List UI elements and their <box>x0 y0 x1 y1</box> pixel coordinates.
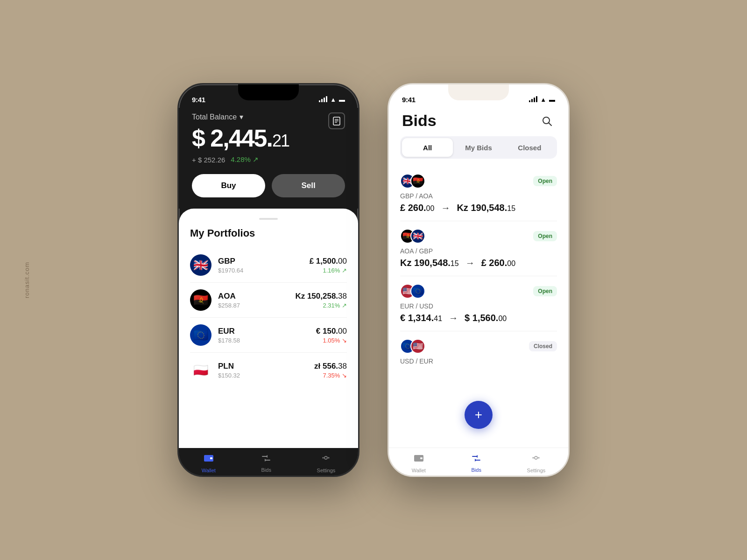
bid-amounts-2: Kz 190,548.15 → £ 260.00 <box>400 258 557 268</box>
flag-eur: 🇪🇺 <box>190 324 211 346</box>
usd-val-aoa: $258.87 <box>218 302 295 309</box>
status-badge-3: Open <box>533 286 557 296</box>
bids-nav-icon-light <box>471 453 481 465</box>
balance-change: + $ 252.26 4.28% ↗ <box>192 155 289 164</box>
wifi-icon-light: ▲ <box>540 96 546 103</box>
wallet-nav-icon-light <box>414 453 424 466</box>
bid-amounts-3: € 1,314.41 → $ 1,560.00 <box>400 313 557 323</box>
flag-gbp: 🇬🇧 <box>190 254 211 276</box>
bid-item-usd-eur[interactable]: 🇪🇺 🇺🇸 Closed USD / EUR <box>400 331 557 375</box>
usd-val-eur: $178.58 <box>218 337 316 344</box>
arrow-icon-1: → <box>441 203 450 213</box>
nav-bids-label-light: Bids <box>471 467 481 473</box>
flag-gbp-2: 🇬🇧 <box>410 229 425 244</box>
wifi-icon-dark: ▲ <box>330 96 336 103</box>
sell-button[interactable]: Sell <box>272 174 345 197</box>
notch-dark <box>238 84 299 100</box>
settings-nav-icon-light <box>531 453 541 466</box>
buy-button[interactable]: Buy <box>192 174 265 197</box>
amount-aoa: Kz 150,258.38 <box>295 292 347 301</box>
usd-val-gbp: $1970.64 <box>218 267 310 274</box>
status-badge-1: Open <box>533 176 557 186</box>
notch-light <box>448 84 509 100</box>
svg-rect-12 <box>420 457 423 459</box>
nav-wallet-label-light: Wallet <box>412 468 426 473</box>
total-balance-label: Total Balance ▾ <box>192 112 289 121</box>
status-badge-2: Open <box>533 231 557 241</box>
signal-bars-light <box>529 97 537 102</box>
bid-pair-3: EUR / USD <box>400 302 557 310</box>
status-time-light: 9:41 <box>402 96 416 104</box>
phone-bids: 9:41 ▲ ▬ Bids <box>388 83 570 477</box>
currency-name-aoa: AOA <box>218 292 295 301</box>
change-eur: 1.05% ↘ <box>316 337 347 344</box>
svg-rect-5 <box>210 457 212 459</box>
watermark-text: ronasit.com <box>23 262 30 298</box>
currency-name-gbp: GBP <box>218 257 310 266</box>
tab-my-bids[interactable]: My Bids <box>453 138 504 157</box>
settings-nav-icon-dark <box>321 453 331 466</box>
status-badge-4: Closed <box>529 341 557 351</box>
search-button[interactable] <box>538 112 555 129</box>
tab-closed[interactable]: Closed <box>504 138 555 157</box>
status-time-dark: 9:41 <box>192 96 205 104</box>
portfolio-item-gbp[interactable]: 🇬🇧 GBP $1970.64 £ 1,500.00 1.16% ↗ <box>190 248 347 283</box>
phone-wallet: 9:41 ▲ ▬ Total Balance ▾ <box>177 83 359 477</box>
change-pln: 7.35% ↘ <box>314 372 347 379</box>
document-icon[interactable] <box>328 112 345 129</box>
currency-name-eur: EUR <box>218 327 316 336</box>
bid-pair-1: GBP / AOA <box>400 192 557 200</box>
portfolios-card: My Portfolios 🇬🇧 GBP $1970.64 £ 1,500.00… <box>179 209 358 448</box>
portfolios-title: My Portfolios <box>190 227 347 239</box>
arrow-icon-2: → <box>465 258 475 268</box>
svg-point-14 <box>533 457 534 459</box>
tab-all[interactable]: All <box>402 138 453 157</box>
nav-settings-label-light: Settings <box>527 468 546 473</box>
flag-aoa: 🇦🇴 <box>190 289 211 311</box>
portfolio-item-pln[interactable]: 🇵🇱 PLN $150.32 zł 556.38 7.35% ↘ <box>190 353 347 387</box>
amount-eur: € 150.00 <box>316 327 347 336</box>
change-percent: 4.28% ↗ <box>231 155 259 164</box>
portfolio-item-aoa[interactable]: 🇦🇴 AOA $258.87 Kz 150,258.38 2.31% ↗ <box>190 283 347 318</box>
drag-handle <box>259 218 278 220</box>
phone-content-light: Bids All My Bids Closed <box>389 108 568 477</box>
bid-item-eur-usd[interactable]: 🇺🇸 🇪🇺 Open EUR / USD € 1,314.41 → $ 1,56… <box>400 276 557 331</box>
svg-point-13 <box>535 456 537 459</box>
nav-settings-label-dark: Settings <box>317 468 336 473</box>
balance-amount: $ 2,445.21 <box>192 125 289 152</box>
bid-item-gbp-aoa[interactable]: 🇬🇧 🇦🇴 Open GBP / AOA £ 260.00 → Kz 190,5… <box>400 166 557 221</box>
bid-pair-4: USD / EUR <box>400 357 557 365</box>
bottom-nav-light: Wallet Bids <box>389 448 568 477</box>
nav-settings-light[interactable]: Settings <box>527 453 546 473</box>
status-icons-light: ▲ ▬ <box>529 96 555 103</box>
amount-gbp: £ 1,500.00 <box>310 257 347 266</box>
change-aoa: 2.31% ↗ <box>295 302 347 309</box>
bids-nav-icon-dark <box>261 453 271 465</box>
bid-item-aoa-gbp[interactable]: 🇦🇴 🇬🇧 Open AOA / GBP Kz 190,548.15 → £ 2… <box>400 221 557 276</box>
portfolio-item-eur[interactable]: 🇪🇺 EUR $178.58 € 150.00 1.05% ↘ <box>190 318 347 353</box>
svg-point-7 <box>323 457 324 459</box>
bid-flags-2: 🇦🇴 🇬🇧 <box>400 229 425 244</box>
bid-flags-4: 🇪🇺 🇺🇸 <box>400 339 425 354</box>
nav-wallet-light[interactable]: Wallet <box>412 453 426 473</box>
svg-point-15 <box>538 457 540 459</box>
svg-line-10 <box>549 123 551 126</box>
phones-container: 9:41 ▲ ▬ Total Balance ▾ <box>177 83 570 477</box>
svg-point-6 <box>324 456 327 459</box>
nav-bids-light[interactable]: Bids <box>471 453 481 473</box>
arrow-icon-3: → <box>449 313 458 323</box>
battery-icon-light: ▬ <box>549 96 555 103</box>
flag-usd-4: 🇺🇸 <box>410 339 425 354</box>
fab-add-button[interactable]: + <box>465 401 493 429</box>
bottom-nav-dark: Wallet Bids <box>179 448 358 477</box>
bid-flags-3: 🇺🇸 🇪🇺 <box>400 284 425 299</box>
nav-wallet-dark[interactable]: Wallet <box>202 453 216 473</box>
nav-settings-dark[interactable]: Settings <box>317 453 336 473</box>
usd-val-pln: $150.32 <box>218 372 314 379</box>
bid-pair-2: AOA / GBP <box>400 247 557 255</box>
nav-bids-label-dark: Bids <box>261 467 271 473</box>
status-icons-dark: ▲ ▬ <box>319 96 345 103</box>
nav-bids-dark[interactable]: Bids <box>261 453 271 473</box>
change-gbp: 1.16% ↗ <box>310 267 347 274</box>
nav-wallet-label-dark: Wallet <box>202 468 216 473</box>
